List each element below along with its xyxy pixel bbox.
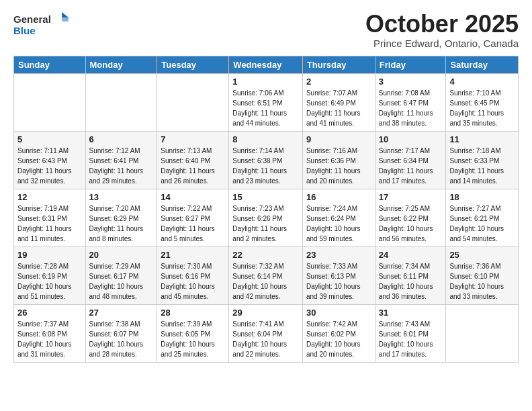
col-tuesday: Tuesday [157,56,229,73]
calendar-cell: 31Sunrise: 7:43 AM Sunset: 6:01 PM Dayli… [375,304,446,362]
day-info: Sunrise: 7:27 AM Sunset: 6:21 PM Dayligh… [449,203,515,244]
calendar-cell: 21Sunrise: 7:30 AM Sunset: 6:16 PM Dayli… [157,246,229,304]
day-number: 21 [161,250,225,260]
calendar-week-row: 26Sunrise: 7:37 AM Sunset: 6:08 PM Dayli… [14,304,519,362]
col-sunday: Sunday [14,56,86,73]
day-info: Sunrise: 7:14 AM Sunset: 6:38 PM Dayligh… [232,146,299,186]
calendar-cell: 5Sunrise: 7:11 AM Sunset: 6:43 PM Daylig… [14,131,86,189]
day-number: 28 [161,308,225,318]
day-number: 26 [17,308,82,318]
col-wednesday: Wednesday [229,56,303,73]
day-info: Sunrise: 7:43 AM Sunset: 6:01 PM Dayligh… [379,319,443,359]
calendar-week-row: 12Sunrise: 7:19 AM Sunset: 6:31 PM Dayli… [14,189,519,246]
calendar-cell [14,73,86,131]
day-info: Sunrise: 7:12 AM Sunset: 6:41 PM Dayligh… [89,146,154,186]
calendar-cell: 12Sunrise: 7:19 AM Sunset: 6:31 PM Dayli… [14,189,86,246]
logo-icon: General Blue [13,11,74,38]
day-info: Sunrise: 7:22 AM Sunset: 6:27 PM Dayligh… [161,203,225,244]
day-info: Sunrise: 7:13 AM Sunset: 6:40 PM Dayligh… [161,146,225,186]
day-number: 7 [161,134,225,144]
day-info: Sunrise: 7:25 AM Sunset: 6:22 PM Dayligh… [379,203,443,244]
calendar-cell: 15Sunrise: 7:23 AM Sunset: 6:26 PM Dayli… [229,189,303,246]
calendar-cell: 9Sunrise: 7:16 AM Sunset: 6:36 PM Daylig… [302,131,375,189]
calendar-cell: 17Sunrise: 7:25 AM Sunset: 6:22 PM Dayli… [375,189,446,246]
day-number: 4 [449,77,515,87]
calendar-cell: 25Sunrise: 7:36 AM Sunset: 6:10 PM Dayli… [446,246,519,304]
calendar-cell: 28Sunrise: 7:39 AM Sunset: 6:05 PM Dayli… [157,304,229,362]
day-number: 8 [232,134,299,144]
calendar-cell: 26Sunrise: 7:37 AM Sunset: 6:08 PM Dayli… [14,304,86,362]
calendar-cell: 27Sunrise: 7:38 AM Sunset: 6:07 PM Dayli… [85,304,157,362]
day-info: Sunrise: 7:17 AM Sunset: 6:34 PM Dayligh… [379,146,443,186]
day-info: Sunrise: 7:32 AM Sunset: 6:14 PM Dayligh… [232,261,299,302]
calendar-cell: 14Sunrise: 7:22 AM Sunset: 6:27 PM Dayli… [157,189,229,246]
calendar-cell: 30Sunrise: 7:42 AM Sunset: 6:02 PM Dayli… [302,304,375,362]
calendar-week-row: 5Sunrise: 7:11 AM Sunset: 6:43 PM Daylig… [14,131,519,189]
col-saturday: Saturday [446,56,519,73]
day-info: Sunrise: 7:28 AM Sunset: 6:19 PM Dayligh… [17,261,82,302]
day-number: 1 [232,77,299,87]
calendar-week-row: 1Sunrise: 7:06 AM Sunset: 6:51 PM Daylig… [14,73,519,131]
day-info: Sunrise: 7:38 AM Sunset: 6:07 PM Dayligh… [89,319,154,359]
day-number: 16 [306,192,371,202]
calendar-cell: 19Sunrise: 7:28 AM Sunset: 6:19 PM Dayli… [14,246,86,304]
day-info: Sunrise: 7:20 AM Sunset: 6:29 PM Dayligh… [89,203,154,244]
day-number: 9 [306,134,371,144]
day-info: Sunrise: 7:33 AM Sunset: 6:13 PM Dayligh… [306,261,371,302]
day-info: Sunrise: 7:07 AM Sunset: 6:49 PM Dayligh… [306,88,371,128]
day-info: Sunrise: 7:24 AM Sunset: 6:24 PM Dayligh… [306,203,371,244]
day-number: 19 [17,250,82,260]
location-subtitle: Prince Edward, Ontario, Canada [365,38,519,49]
calendar-cell: 10Sunrise: 7:17 AM Sunset: 6:34 PM Dayli… [375,131,446,189]
day-number: 20 [89,250,154,260]
day-number: 14 [161,192,225,202]
col-friday: Friday [375,56,446,73]
calendar-cell: 8Sunrise: 7:14 AM Sunset: 6:38 PM Daylig… [229,131,303,189]
day-number: 31 [379,308,443,318]
calendar-cell: 24Sunrise: 7:34 AM Sunset: 6:11 PM Dayli… [375,246,446,304]
calendar-cell: 18Sunrise: 7:27 AM Sunset: 6:21 PM Dayli… [446,189,519,246]
day-number: 5 [17,134,82,144]
day-info: Sunrise: 7:30 AM Sunset: 6:16 PM Dayligh… [161,261,225,302]
calendar-cell: 6Sunrise: 7:12 AM Sunset: 6:41 PM Daylig… [85,131,157,189]
day-number: 24 [379,250,443,260]
calendar-cell: 11Sunrise: 7:18 AM Sunset: 6:33 PM Dayli… [446,131,519,189]
header-row: Sunday Monday Tuesday Wednesday Thursday… [14,56,519,73]
day-number: 30 [306,308,371,318]
day-info: Sunrise: 7:23 AM Sunset: 6:26 PM Dayligh… [232,203,299,244]
calendar-cell: 16Sunrise: 7:24 AM Sunset: 6:24 PM Dayli… [302,189,375,246]
day-number: 17 [379,192,443,202]
calendar-body: 1Sunrise: 7:06 AM Sunset: 6:51 PM Daylig… [14,73,519,362]
day-number: 29 [232,308,299,318]
calendar-cell: 13Sunrise: 7:20 AM Sunset: 6:29 PM Dayli… [85,189,157,246]
calendar-cell [446,304,519,362]
day-info: Sunrise: 7:42 AM Sunset: 6:02 PM Dayligh… [306,319,371,359]
day-number: 23 [306,250,371,260]
day-info: Sunrise: 7:08 AM Sunset: 6:47 PM Dayligh… [379,88,443,128]
title-block: October 2025 Prince Edward, Ontario, Can… [365,11,519,49]
day-info: Sunrise: 7:19 AM Sunset: 6:31 PM Dayligh… [17,203,82,244]
day-number: 6 [89,134,154,144]
calendar-cell: 3Sunrise: 7:08 AM Sunset: 6:47 PM Daylig… [375,73,446,131]
day-number: 11 [449,134,515,144]
day-number: 10 [379,134,443,144]
header: General Blue October 2025 Prince Edward,… [13,11,519,49]
day-info: Sunrise: 7:36 AM Sunset: 6:10 PM Dayligh… [449,261,515,302]
day-info: Sunrise: 7:10 AM Sunset: 6:45 PM Dayligh… [449,88,515,128]
day-number: 2 [306,77,371,87]
day-number: 15 [232,192,299,202]
day-info: Sunrise: 7:39 AM Sunset: 6:05 PM Dayligh… [161,319,225,359]
calendar-cell: 1Sunrise: 7:06 AM Sunset: 6:51 PM Daylig… [229,73,303,131]
svg-text:General: General [13,13,51,25]
day-number: 12 [17,192,82,202]
day-number: 27 [89,308,154,318]
day-number: 13 [89,192,154,202]
calendar-table: Sunday Monday Tuesday Wednesday Thursday… [13,56,519,363]
page: General Blue October 2025 Prince Edward,… [0,0,532,373]
day-info: Sunrise: 7:06 AM Sunset: 6:51 PM Dayligh… [232,88,299,128]
calendar-cell: 2Sunrise: 7:07 AM Sunset: 6:49 PM Daylig… [302,73,375,131]
day-info: Sunrise: 7:18 AM Sunset: 6:33 PM Dayligh… [449,146,515,186]
calendar-cell [157,73,229,131]
month-title: October 2025 [365,11,519,38]
day-info: Sunrise: 7:34 AM Sunset: 6:11 PM Dayligh… [379,261,443,302]
